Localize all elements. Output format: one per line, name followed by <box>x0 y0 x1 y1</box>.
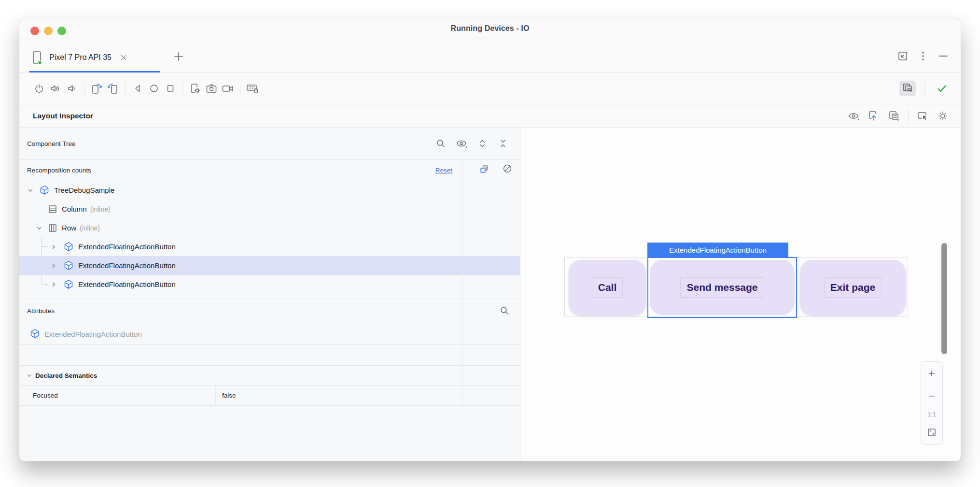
selection-outline <box>647 257 797 318</box>
search-icon[interactable] <box>499 305 510 316</box>
toolbar-separator <box>924 82 925 95</box>
vertical-scrollbar[interactable] <box>941 243 947 354</box>
export-snapshot-icon[interactable] <box>866 108 882 124</box>
toolbar-separator <box>240 82 240 95</box>
tab-label: Pixel 7 Pro API 35 <box>49 53 112 62</box>
tree-node-label: Column <box>62 205 87 213</box>
layout-inspector-header: Layout Inspector <box>19 104 961 127</box>
screen-record-icon[interactable] <box>220 81 236 96</box>
compose-node-icon <box>63 241 74 253</box>
title-bar: Running Devices - IO <box>19 18 961 39</box>
tree-row-treedebugsample[interactable]: TreeDebugSample <box>19 181 520 200</box>
fab-exit-page-label: Exit page <box>824 277 882 298</box>
attributes-title: Attributes <box>27 299 55 323</box>
chevron-right-icon[interactable] <box>50 281 57 288</box>
chevron-down-icon <box>26 372 32 379</box>
reset-counts-link[interactable]: Reset <box>435 160 452 181</box>
declared-semantics-title: Declared Semantics <box>35 372 97 379</box>
column-layout-icon <box>47 204 58 215</box>
confirm-check-icon[interactable] <box>934 81 950 96</box>
chevron-down-icon[interactable] <box>36 225 42 231</box>
tree-node-label: TreeDebugSample <box>54 186 114 194</box>
attributes-header: Attributes <box>19 299 520 323</box>
layout-inspector-toggle-icon[interactable] <box>899 81 916 96</box>
rotate-right-icon[interactable] <box>105 81 121 96</box>
tree-node-suffix: (inline) <box>80 224 100 232</box>
fab-exit-page-button[interactable]: Exit page <box>800 260 906 315</box>
close-tab-icon[interactable] <box>119 53 128 62</box>
chevron-right-icon[interactable] <box>50 262 57 269</box>
zoom-in-button[interactable]: + <box>924 365 940 382</box>
component-tree-header: Component Tree <box>19 128 520 159</box>
selected-component-name: ExtendedFloatingActionButton <box>44 330 142 338</box>
layout-inspector-title: Layout Inspector <box>33 112 93 120</box>
volume-up-icon[interactable] <box>47 81 64 96</box>
power-icon[interactable] <box>31 81 47 96</box>
tree-row-fab-3[interactable]: ExtendedFloatingActionButton <box>19 275 520 294</box>
window-title: Running Devices - IO <box>19 18 961 39</box>
phone-online-icon <box>31 50 43 65</box>
zoom-to-fit-icon[interactable] <box>924 424 940 441</box>
skip-counts-icon[interactable] <box>502 163 513 175</box>
chevron-right-icon[interactable] <box>50 244 57 250</box>
property-row-focused[interactable]: Focused false <box>19 386 520 405</box>
home-icon[interactable] <box>146 81 162 96</box>
tree-node-label: ExtendedFloatingActionButton <box>78 243 176 251</box>
visibility-eye-icon[interactable] <box>453 136 470 151</box>
device-toolbar <box>19 73 961 104</box>
tree-node-label: ExtendedFloatingActionButton <box>78 280 176 288</box>
rotate-left-icon[interactable] <box>88 81 105 96</box>
tab-bar: Pixel 7 Pro API 35 <box>19 39 961 72</box>
tree-node-suffix: (inline) <box>90 205 111 213</box>
back-icon[interactable] <box>129 81 146 96</box>
tab-pixel-7-pro[interactable]: Pixel 7 Pro API 35 <box>29 46 130 69</box>
selection-tooltip: ExtendedFloatingActionButton <box>647 243 788 257</box>
screenshot-canvas: Running Devices - IO Pixel 7 Pro API 35 <box>0 0 980 487</box>
recomposition-row: Recomposition counts Reset <box>19 160 520 181</box>
tree-row-fab-2-selected[interactable]: ExtendedFloatingActionButton <box>19 256 520 275</box>
property-name: Focused <box>33 386 58 405</box>
hardware-input-icon[interactable] <box>244 81 261 96</box>
tree-row-column[interactable]: Column (inline) <box>19 200 520 218</box>
fab-call-label: Call <box>592 277 623 298</box>
settings-gear-icon[interactable] <box>935 108 951 124</box>
tree-node-label: ExtendedFloatingActionButton <box>78 261 176 270</box>
compose-node-icon <box>63 279 74 290</box>
expand-all-icon[interactable] <box>474 136 490 151</box>
property-divider <box>215 386 216 405</box>
component-tree-panel: Component Tree <box>19 128 520 461</box>
divider <box>19 344 520 345</box>
view-options-eye-icon[interactable] <box>845 108 862 124</box>
overview-icon[interactable] <box>162 81 179 96</box>
chevron-down-icon[interactable] <box>27 187 34 194</box>
layer-spacing-icon[interactable] <box>886 108 902 124</box>
selected-component-row: ExtendedFloatingActionButton <box>19 323 520 344</box>
kebab-menu-icon[interactable] <box>921 50 925 62</box>
running-devices-window: Running Devices - IO Pixel 7 Pro API 35 <box>19 18 961 461</box>
tree-row-fab-1[interactable]: ExtendedFloatingActionButton <box>19 237 520 256</box>
zoom-out-button[interactable]: − <box>924 388 940 404</box>
pick-component-icon[interactable] <box>914 108 931 124</box>
declared-semantics-header[interactable]: Declared Semantics <box>19 366 520 386</box>
fab-call-button[interactable]: Call <box>569 260 646 315</box>
divider <box>19 405 520 406</box>
collapse-all-icon[interactable] <box>495 136 511 151</box>
tree-row-row[interactable]: Row (inline) <box>19 218 520 237</box>
recomposition-counts-icon[interactable] <box>478 163 491 175</box>
device-settings-icon[interactable] <box>187 81 203 96</box>
dock-tool-window-icon[interactable] <box>897 50 909 62</box>
compose-node-icon <box>29 328 41 340</box>
screenshot-icon[interactable] <box>203 81 220 96</box>
toolbar-separator <box>908 110 909 122</box>
compose-node-icon <box>39 185 50 196</box>
hide-icon[interactable] <box>938 50 949 62</box>
toolbar-separator <box>84 82 84 95</box>
toolbar-separator <box>125 82 126 95</box>
zoom-actual-size-button[interactable]: 1:1 <box>927 411 936 418</box>
add-tab-button[interactable] <box>173 51 184 62</box>
property-value: false <box>222 386 236 405</box>
zoom-controls: + − 1:1 <box>921 361 943 444</box>
volume-down-icon[interactable] <box>64 81 80 96</box>
search-icon[interactable] <box>433 136 449 151</box>
toolbar-separator <box>182 82 183 95</box>
